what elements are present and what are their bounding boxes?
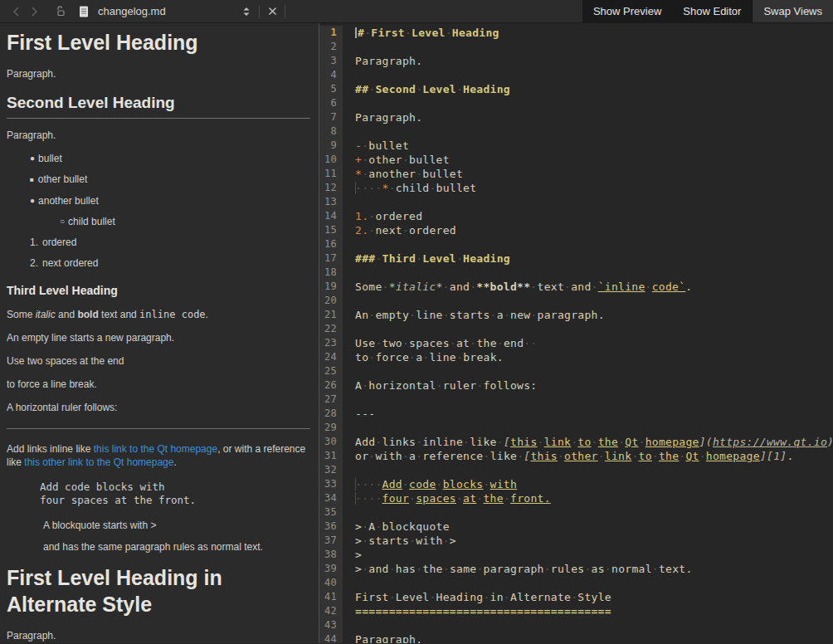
whitespace-dots: ·: [497, 436, 504, 448]
editor-code-line[interactable]: ======================================: [343, 604, 611, 618]
split-view: First Level HeadingParagraph.Second Leve…: [0, 23, 833, 643]
line-number: 41: [319, 590, 343, 604]
editor-code-line[interactable]: #·First·Level·Heading: [343, 26, 499, 40]
editor-code-line[interactable]: ##·Second·Level·Heading: [343, 82, 510, 96]
editor-code-line[interactable]: >·and·has·the·same·paragraph·rules·as·no…: [343, 562, 693, 576]
editor-code-line[interactable]: [343, 68, 355, 82]
editor-code-line[interactable]: [343, 322, 355, 336]
forward-icon[interactable]: [25, 2, 43, 21]
show-preview-button[interactable]: Show Preview: [582, 0, 672, 22]
editor-code-line[interactable]: [343, 393, 355, 407]
editor-code-line[interactable]: [343, 96, 355, 110]
editor-code-line[interactable]: [343, 294, 355, 308]
editor-line: 28---: [319, 407, 833, 421]
editor-code-line[interactable]: Paragraph.: [343, 632, 422, 643]
editor-code-line[interactable]: [343, 40, 355, 54]
editor-line: 29: [319, 421, 833, 435]
code-token: to: [577, 436, 591, 448]
editor-code-line[interactable]: ····*·child·bullet: [343, 181, 476, 195]
whitespace-dots: ·: [456, 492, 463, 505]
editor-code-line[interactable]: Add·links·inline·like·[this·link·to·the·…: [343, 435, 833, 449]
whitespace-dots: ·: [409, 351, 416, 363]
code-token: paragraph: [484, 563, 544, 575]
editor-code-line[interactable]: Use·two·spaces·at·the·end··: [343, 336, 538, 350]
code-token: new: [510, 309, 530, 321]
code-token: the: [598, 436, 618, 448]
preview-link[interactable]: this other link to the Qt homepage: [24, 456, 173, 468]
line-number: 17: [319, 251, 343, 266]
code-token: has: [396, 563, 416, 575]
editor-code-line[interactable]: First·Level·Heading·in·Alternate·Style: [343, 590, 611, 604]
editor-code-line[interactable]: 1.·ordered: [343, 209, 422, 223]
editor-code-line[interactable]: [343, 124, 355, 139]
swap-views-button[interactable]: Swap Views: [752, 0, 833, 22]
editor-code-line[interactable]: [343, 463, 355, 477]
back-icon[interactable]: [7, 2, 25, 21]
editor-line: 13: [319, 195, 833, 209]
editor-code-line[interactable]: Paragraph.: [343, 54, 422, 68]
editor-line: 30Add·links·inline·like·[this·link·to·th…: [319, 435, 833, 449]
tab-title[interactable]: changelog.md: [98, 5, 237, 17]
show-editor-button[interactable]: Show Editor: [672, 0, 752, 22]
code-token: empty: [375, 309, 409, 321]
editor-code-line[interactable]: 2.·next·ordered: [343, 223, 456, 237]
editor-code-line[interactable]: *·another·bullet: [343, 167, 463, 181]
editor-code-line[interactable]: >: [343, 548, 362, 562]
whitespace-dots: ·: [402, 154, 409, 166]
whitespace-dots: ·: [389, 591, 396, 603]
line-number: 10: [319, 153, 343, 167]
code-token: Heading: [463, 252, 510, 265]
editor-code-line[interactable]: Paragraph.: [343, 110, 422, 124]
editor-code-line[interactable]: [343, 237, 355, 251]
markdown-editor-pane[interactable]: 1#·First·Level·Heading23Paragraph.45##·S…: [319, 23, 833, 643]
editor-code-line[interactable]: [343, 266, 355, 280]
editor-code-line[interactable]: Some·*italic*·and·**bold**·text·and·`inl…: [343, 280, 693, 294]
code-token: .: [787, 450, 793, 462]
editor-code-line[interactable]: ····four·spaces·at·the·front.: [343, 491, 551, 505]
code-token: bullet: [409, 154, 450, 166]
editor-code-line[interactable]: >·A·blockquote: [343, 520, 450, 534]
code-token: homepage: [706, 450, 760, 462]
editor-code-line[interactable]: [343, 505, 355, 520]
editor-line: 20: [319, 294, 833, 308]
close-icon[interactable]: [263, 2, 281, 21]
code-token: or: [355, 450, 368, 462]
editor-code-line[interactable]: ---: [343, 407, 375, 421]
editor-line: 10+·other·bullet: [319, 153, 833, 167]
editor-code-line[interactable]: >·starts·with·>: [343, 534, 456, 548]
editor-code-line[interactable]: -·bullet: [343, 139, 409, 153]
editor-code-line[interactable]: ····Add·code·blocks·with: [343, 477, 517, 491]
editor-code-line[interactable]: to·force·a·line·break.: [343, 350, 504, 364]
toolbar-separator: [285, 5, 285, 18]
code-token: child: [396, 182, 430, 194]
whitespace-dots: ·: [483, 478, 490, 490]
line-number: 14: [319, 209, 343, 223]
code-token: An: [355, 309, 368, 321]
editor-code-line[interactable]: An·empty·line·starts·a·new·paragraph.: [343, 308, 605, 322]
editor-code-line[interactable]: or·with·a·reference·like·[this·other·lin…: [343, 449, 794, 463]
whitespace-dots: ·: [483, 450, 490, 462]
editor-code-line[interactable]: [343, 364, 355, 378]
editor-code-line[interactable]: ###·Third·Level·Heading: [343, 251, 510, 266]
editor-line: 31or·with·a·reference·like·[this·other·l…: [319, 449, 833, 463]
code-token: the: [422, 563, 442, 575]
whitespace-dots: ·: [402, 478, 409, 490]
document-dropdown-icon[interactable]: [237, 2, 256, 21]
editor-code-line[interactable]: [343, 421, 355, 435]
unlock-icon[interactable]: [51, 2, 70, 21]
editor-code-line[interactable]: [343, 576, 355, 590]
editor-code-line[interactable]: [343, 618, 355, 632]
editor-code-line[interactable]: [343, 195, 355, 209]
code-token: break.: [463, 351, 504, 363]
preview-link[interactable]: this link to the Qt homepage: [94, 443, 217, 455]
editor-code-line[interactable]: +·other·bullet: [343, 153, 450, 167]
code-token: to: [355, 351, 368, 363]
preview-list-item: ■other bullet: [7, 173, 310, 186]
code-token: other: [564, 450, 598, 462]
line-number: 24: [319, 350, 343, 364]
whitespace-dots: ·: [443, 281, 450, 293]
editor-code-line[interactable]: A·horizontal·ruler·follows:: [343, 378, 538, 393]
line-number: 25: [319, 364, 343, 378]
list-item-text: bullet: [38, 153, 62, 164]
preview-paragraph: Use two spaces at the end: [7, 354, 310, 368]
